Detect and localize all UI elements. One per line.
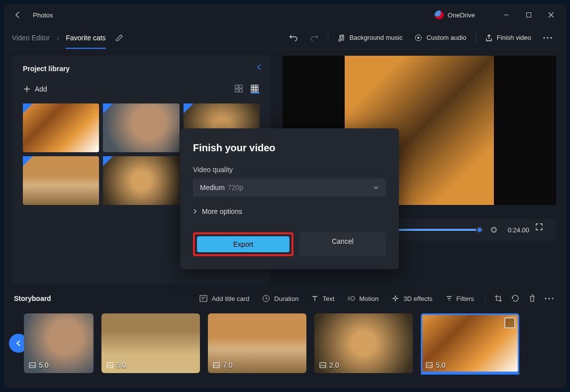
library-title: Project library: [23, 65, 260, 73]
separator: [328, 32, 328, 44]
library-thumb[interactable]: [103, 156, 179, 205]
used-indicator-icon: [103, 156, 113, 166]
3d-effects-button[interactable]: 3D effects: [386, 292, 437, 305]
title-bar: Photos OneDrive: [4, 4, 566, 26]
svg-rect-10: [251, 85, 253, 87]
svg-rect-27: [213, 363, 219, 368]
onedrive-label: OneDrive: [448, 11, 475, 19]
breadcrumb-project[interactable]: Favorite cats: [66, 34, 105, 49]
breadcrumb: Video Editor › Favorite cats: [12, 34, 106, 42]
svg-rect-18: [256, 90, 258, 92]
library-thumb[interactable]: [23, 103, 99, 152]
playback-time: 0:24.00: [508, 226, 529, 234]
add-media-button[interactable]: Add: [23, 85, 47, 93]
quality-value: Medium: [200, 184, 225, 192]
library-thumb[interactable]: [23, 156, 99, 205]
app-window: Photos OneDrive Video Editor › Favorite …: [4, 4, 566, 388]
svg-point-21: [351, 296, 355, 300]
seek-end-marker: [491, 227, 497, 233]
breadcrumb-root[interactable]: Video Editor: [12, 34, 50, 42]
cancel-button[interactable]: Cancel: [299, 232, 386, 256]
image-icon: [213, 362, 220, 368]
chevron-down-icon: [373, 186, 379, 190]
used-indicator-icon: [103, 103, 113, 113]
svg-point-23: [549, 298, 550, 299]
svg-rect-19: [200, 295, 207, 301]
fullscreen-button[interactable]: [535, 223, 549, 237]
undo-button[interactable]: [283, 30, 304, 45]
custom-audio-button[interactable]: Custom audio: [408, 31, 472, 45]
svg-rect-29: [426, 363, 432, 368]
storyboard-clip[interactable]: 5.0: [101, 313, 200, 373]
filters-button[interactable]: Filters: [441, 293, 479, 305]
svg-rect-7: [239, 85, 242, 88]
add-title-card-button[interactable]: Add title card: [194, 293, 254, 305]
svg-rect-26: [107, 363, 113, 368]
svg-point-5: [551, 37, 552, 38]
svg-rect-25: [29, 363, 35, 368]
svg-rect-8: [235, 89, 238, 92]
svg-rect-12: [256, 85, 258, 87]
storyboard-panel: Storyboard Add title card Duration Text …: [4, 284, 566, 381]
library-thumb[interactable]: [103, 103, 179, 152]
background-music-button[interactable]: Background music: [331, 31, 408, 45]
svg-rect-15: [256, 88, 258, 90]
close-button[interactable]: [540, 5, 562, 25]
svg-rect-14: [254, 88, 256, 90]
minimize-button[interactable]: [495, 5, 517, 25]
svg-rect-0: [526, 13, 531, 17]
rename-button[interactable]: [115, 33, 124, 42]
export-icon: [485, 34, 493, 42]
rotate-button[interactable]: [508, 292, 522, 305]
storyboard-more-button[interactable]: [542, 292, 556, 305]
storyboard-clip[interactable]: 5.0: [24, 313, 94, 373]
music-icon: [337, 34, 345, 42]
clock-icon: [262, 294, 270, 302]
crop-button[interactable]: [491, 292, 505, 305]
dialog-title: Finish your video: [193, 142, 386, 154]
used-indicator-icon: [23, 156, 33, 166]
svg-point-4: [547, 37, 549, 38]
finish-video-button[interactable]: Finish video: [479, 31, 537, 45]
used-indicator-icon: [184, 103, 193, 113]
storyboard-clip[interactable]: 5.0: [421, 313, 519, 373]
duration-button[interactable]: Duration: [257, 292, 303, 305]
image-icon: [426, 362, 433, 368]
svg-rect-28: [320, 363, 326, 368]
image-icon: [29, 362, 36, 368]
plus-icon: [23, 85, 31, 93]
export-highlight: Export: [193, 232, 293, 256]
quality-resolution: 720p: [228, 184, 243, 192]
collapse-library-button[interactable]: [257, 64, 262, 71]
export-button[interactable]: Export: [197, 236, 289, 252]
text-button[interactable]: Text: [306, 293, 339, 305]
filters-icon: [446, 295, 453, 302]
onedrive-icon: [435, 10, 444, 19]
back-button[interactable]: [8, 5, 28, 25]
maximize-button[interactable]: [517, 5, 540, 25]
svg-point-22: [545, 298, 547, 299]
svg-rect-9: [239, 89, 242, 92]
storyboard-clip[interactable]: 2.0: [314, 313, 413, 373]
storyboard-clip[interactable]: 7.0: [208, 313, 306, 373]
svg-rect-16: [251, 90, 253, 92]
onedrive-button[interactable]: OneDrive: [435, 10, 475, 19]
grid-large-button[interactable]: [235, 85, 244, 94]
seek-handle[interactable]: [476, 226, 483, 233]
title-card-icon: [199, 295, 207, 302]
motion-button[interactable]: Motion: [342, 293, 383, 305]
separator: [485, 293, 485, 304]
more-button[interactable]: [537, 34, 558, 42]
svg-rect-11: [254, 85, 256, 87]
text-icon: [311, 295, 318, 302]
delete-button[interactable]: [525, 292, 539, 305]
chevron-right-icon: ›: [57, 34, 59, 42]
grid-small-button[interactable]: [251, 85, 260, 94]
video-quality-select[interactable]: Medium 720p: [193, 179, 386, 196]
header-toolbar: Video Editor › Favorite cats Background …: [4, 26, 566, 50]
more-options-toggle[interactable]: More options: [193, 207, 386, 215]
video-quality-label: Video quality: [193, 166, 386, 174]
redo-button[interactable]: [304, 30, 325, 45]
sparkle-icon: [391, 294, 399, 302]
image-icon: [106, 362, 113, 368]
